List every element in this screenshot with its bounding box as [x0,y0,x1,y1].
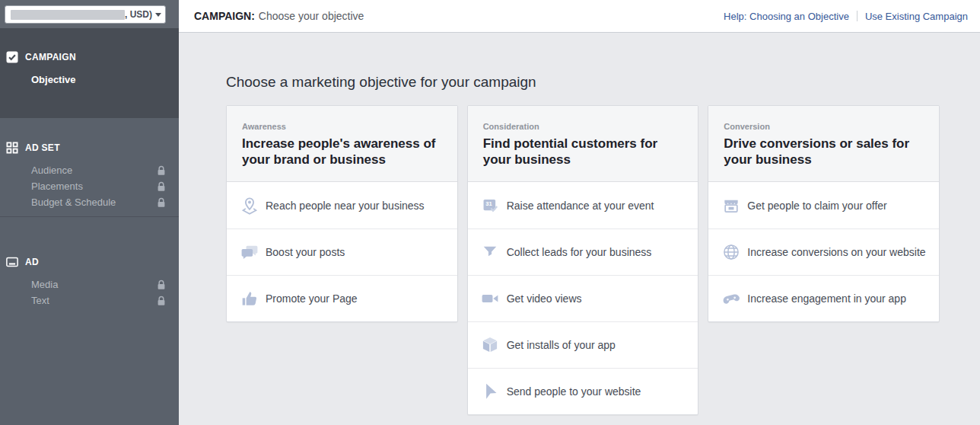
column-category-label: Consideration [483,122,683,131]
globe-icon [721,242,741,263]
sidebar-item-label: Budget & Schedule [31,197,116,208]
sidebar-section-header-adset: AD SET [0,142,179,154]
sidebar-item-placements[interactable]: Placements [0,178,179,194]
sidebar-item-label: Text [31,295,49,306]
sidebar-section-ad: ADMediaText [0,216,179,308]
objective-increase-engagement-in-your-app[interactable]: Increase engagement in your app [708,275,939,321]
sidebar-section-adset: AD SETAudiencePlacementsBudget & Schedul… [0,118,179,216]
svg-text:31: 31 [486,200,492,207]
objective-label: Get video views [507,292,582,305]
sidebar-section-items: MediaText [0,276,179,308]
cube-icon [480,335,501,356]
objective-reach-people-near-your-business[interactable]: Reach people near your business [227,182,457,228]
objective-label: Get installs of your app [507,339,616,351]
column-header: AwarenessIncrease people's awareness of … [227,106,457,182]
cursor-icon [480,382,501,402]
sidebar-section-label: AD [25,257,39,267]
campaign-sidebar: , USD) CAMPAIGNObjectiveAD SETAudiencePl… [0,0,179,425]
sidebar-item-audience[interactable]: Audience [0,162,179,178]
objective-label: Get people to claim your offer [747,200,886,212]
lock-icon [157,197,166,208]
posts-icon [239,242,259,263]
sidebar-section-header-ad: AD [0,256,179,268]
objective-label: Raise attendance at your event [507,200,654,212]
sidebar-item-budget-schedule[interactable]: Budget & Schedule [0,194,179,210]
sidebar-item-label: Objective [31,74,76,85]
objective-column-awareness: AwarenessIncrease people's awareness of … [226,105,458,322]
page-title-text: Choose your objective [259,10,364,22]
page-title-prefix: CAMPAIGN: [194,10,255,22]
objective-label: Boost your posts [266,246,345,258]
thumbs-up-icon [239,289,259,309]
objective-columns: AwarenessIncrease people's awareness of … [226,105,940,415]
sidebar-item-label: Placements [31,181,83,192]
objective-promote-your-page[interactable]: Promote your Page [227,275,457,321]
caret-down-icon [155,13,161,17]
objective-label: Increase conversions on your website [747,246,925,258]
objective-get-people-to-claim-your-offer[interactable]: Get people to claim your offer [708,182,939,228]
objective-column-conversion: ConversionDrive conversions or sales for… [708,105,940,322]
map-pin-icon [239,195,259,216]
account-selector-dropdown[interactable]: , USD) [5,5,166,24]
sidebar-section-campaign: CAMPAIGNObjective [0,28,179,118]
objective-label: Reach people near your business [266,200,425,212]
ads-manager-app: , USD) CAMPAIGNObjectiveAD SETAudiencePl… [0,0,980,425]
column-title: Increase people's awareness of your bran… [242,136,442,168]
sidebar-item-media[interactable]: Media [0,276,179,292]
ad-frame-icon [6,256,18,268]
column-category-label: Conversion [724,122,924,131]
link-separator [857,11,858,21]
campaign-steps-nav: CAMPAIGNObjectiveAD SETAudiencePlacement… [0,28,179,308]
video-camera-icon [480,289,501,309]
lock-icon [157,280,166,290]
funnel-icon [480,242,501,263]
sidebar-item-label: Audience [31,165,72,176]
objective-column-consideration: ConsiderationFind potential customers fo… [467,105,699,415]
objective-label: Collect leads for your business [507,246,652,258]
objective-raise-attendance-at-your-event[interactable]: 31Raise attendance at your event [468,182,698,228]
grid-icon [6,142,18,154]
sidebar-section-items: AudiencePlacementsBudget & Schedule [0,162,179,210]
sidebar-item-objective[interactable]: Objective [0,72,179,88]
lock-icon [157,165,166,176]
page-title: CAMPAIGN:Choose your objective [194,10,364,22]
sidebar-section-label: AD SET [25,142,60,153]
help-choosing-objective-link[interactable]: Help: Choosing an Objective [724,11,849,22]
lock-icon [157,296,166,306]
objective-label: Increase engagement in your app [747,292,906,305]
objective-get-installs-of-your-app[interactable]: Get installs of your app [468,321,698,368]
lock-icon [157,181,166,192]
use-existing-campaign-link[interactable]: Use Existing Campaign [865,11,968,22]
sidebar-item-text[interactable]: Text [0,292,179,308]
objective-boost-your-posts[interactable]: Boost your posts [227,228,457,275]
objective-heading: Choose a marketing objective for your ca… [226,75,980,90]
account-strip: , USD) [0,0,179,28]
topbar: CAMPAIGN:Choose your objective Help: Cho… [179,0,980,33]
objective-label: Promote your Page [266,292,358,305]
storefront-icon [721,195,741,216]
account-currency-label: , USD) [125,9,152,20]
account-name-redacted [11,10,125,20]
column-header: ConversionDrive conversions or sales for… [708,106,939,182]
column-title: Drive conversions or sales for your busi… [724,136,924,168]
game-controller-icon [721,289,741,309]
objective-increase-conversions-on-your-website[interactable]: Increase conversions on your website [708,228,939,275]
objective-send-people-to-your-website[interactable]: Send people to your website [468,368,698,414]
objective-collect-leads-for-your-business[interactable]: Collect leads for your business [468,228,698,275]
calendar-icon: 31 [480,195,501,216]
sidebar-section-items: Objective [0,72,179,88]
sidebar-section-header-campaign: CAMPAIGN [0,51,179,63]
objective-label: Send people to your website [507,385,641,398]
objective-get-video-views[interactable]: Get video views [468,275,698,321]
sidebar-item-label: Media [31,279,58,290]
checkbox-checked-icon [6,51,18,63]
main-content: Choose a marketing objective for your ca… [179,34,980,425]
column-category-label: Awareness [242,122,442,131]
sidebar-section-label: CAMPAIGN [25,52,76,62]
topbar-links: Help: Choosing an Objective Use Existing… [724,11,968,22]
column-title: Find potential customers for your busine… [483,136,683,168]
column-header: ConsiderationFind potential customers fo… [468,106,698,182]
